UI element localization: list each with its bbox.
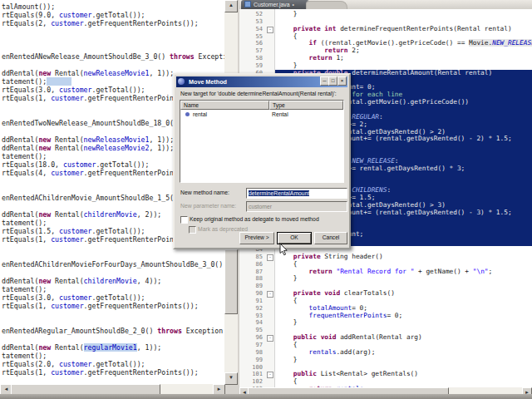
parameter-name-label: New parameter name:: [180, 203, 236, 209]
line-number: 87: [239, 268, 264, 276]
code-line[interactable]: rtEquals(9.0, customer.getTotal());: [2, 11, 224, 19]
code-line[interactable]: [2, 27, 224, 36]
code-line[interactable]: enRentedANewRelease_AmountShouldBe_3_0()…: [2, 52, 224, 61]
window-bottom-edge: [0, 394, 532, 399]
parameter-name-input: customer: [246, 201, 347, 212]
scroll-up-icon[interactable]: ▲: [224, 0, 238, 12]
code-line[interactable]: ddRental(new Rental(regularMovie1, 1));: [2, 343, 224, 352]
line-number: 100: [239, 364, 264, 372]
code-line[interactable]: [2, 318, 224, 327]
fold-marker[interactable]: [266, 298, 274, 305]
line-number: 94: [239, 319, 264, 327]
line-number: 54: [239, 26, 264, 33]
fold-marker[interactable]: [266, 319, 274, 327]
code-line[interactable]: [2, 44, 224, 52]
line-number: 91: [239, 298, 264, 305]
fold-marker[interactable]: -: [266, 334, 274, 342]
fold-marker[interactable]: [266, 357, 274, 364]
code-line[interactable]: rtEquals(1, customer.getFrequentRenterPo…: [2, 302, 224, 310]
method-name-value: determineRentalAmount: [249, 190, 309, 196]
line-number: 98: [239, 349, 264, 357]
fold-marker[interactable]: [266, 342, 274, 349]
code-line[interactable]: tatement();: [2, 352, 224, 360]
code-line[interactable]: [2, 335, 224, 343]
target-name: rental: [193, 111, 207, 117]
code-line[interactable]: enRentedAChildrenMovieForFourDays_Amount…: [2, 260, 224, 268]
fold-marker[interactable]: [266, 33, 274, 41]
code-line[interactable]: rtEquals(3.0, customer.getTotal());: [2, 293, 224, 302]
column-header-type[interactable]: Type: [269, 101, 343, 110]
column-header-name[interactable]: Name: [180, 101, 269, 110]
left-vscroll-thumb[interactable]: [224, 249, 238, 314]
code-line[interactable]: [2, 310, 224, 318]
code-line[interactable]: private int determineFrequentRenterPoint…: [275, 26, 532, 33]
code-line[interactable]: ddRental(new Rental(childrenMovie, 4));: [2, 277, 224, 285]
tab-close-icon[interactable]: •: [292, 2, 293, 7]
line-number: 57: [239, 47, 264, 55]
code-line[interactable]: rtEquals(2.0, customer.getTotal());: [2, 360, 224, 368]
fold-marker[interactable]: -: [266, 371, 274, 378]
fold-marker[interactable]: [266, 268, 274, 276]
fold-marker[interactable]: [266, 313, 274, 320]
fold-marker[interactable]: [266, 327, 274, 334]
method-name-label: New method name:: [180, 190, 229, 195]
line-number: 89: [239, 283, 264, 290]
target-type: Rental: [272, 110, 288, 119]
code-line[interactable]: enRentedARegular_AmountShouldBe_2_0() th…: [2, 327, 224, 335]
fold-marker[interactable]: [266, 305, 274, 313]
code-line[interactable]: [2, 252, 224, 260]
fold-marker[interactable]: [266, 55, 274, 62]
close-icon[interactable]: ×: [337, 76, 347, 86]
code-line[interactable]: rtEquals(1, customer.getFrequentRenterPo…: [2, 368, 224, 377]
target-table[interactable]: Name Type rental Rental: [180, 100, 344, 183]
maximize-icon[interactable]: □: [328, 76, 337, 86]
fold-marker[interactable]: -: [266, 254, 274, 261]
code-line[interactable]: return 1;: [275, 55, 532, 62]
code-line[interactable]: }: [275, 275, 532, 283]
fold-marker[interactable]: [266, 261, 274, 268]
code-line[interactable]: [2, 61, 224, 69]
java-file-icon: [244, 1, 251, 7]
preview-button[interactable]: Preview >: [239, 232, 274, 244]
line-number: 53: [239, 18, 264, 26]
code-line[interactable]: private String header(): [275, 254, 532, 261]
code-line[interactable]: }: [275, 319, 532, 327]
fold-marker[interactable]: [266, 283, 274, 290]
code-line[interactable]: }: [275, 357, 532, 364]
code-line[interactable]: rtEquals(2, customer.getFrequentRenterPo…: [2, 19, 224, 27]
fold-marker[interactable]: [266, 18, 274, 26]
line-number: 95: [239, 327, 264, 334]
table-row[interactable]: rental Rental: [180, 110, 343, 119]
keep-original-checkbox[interactable]: [180, 216, 188, 224]
code-line[interactable]: [2, 268, 224, 277]
code-line[interactable]: public void addRental(Rental arg): [275, 334, 532, 342]
fold-marker[interactable]: [266, 275, 274, 283]
line-number: 58: [239, 55, 264, 62]
fold-marker[interactable]: [266, 11, 274, 18]
code-line[interactable]: frequentRenterPoints= 0;: [275, 313, 532, 320]
tab-customer-java[interactable]: Customer.java•: [241, 0, 309, 9]
parameter-name-value: customer: [249, 204, 272, 209]
fold-marker[interactable]: -: [266, 26, 274, 33]
fold-marker[interactable]: [266, 364, 274, 372]
code-line[interactable]: rentals.add(arg);: [275, 349, 532, 357]
code-line[interactable]: tatement();: [2, 285, 224, 293]
code-line[interactable]: [2, 36, 224, 44]
method-name-input[interactable]: determineRentalAmount: [246, 188, 347, 199]
fold-marker[interactable]: [266, 40, 274, 47]
fold-marker[interactable]: -: [266, 290, 274, 298]
code-line[interactable]: public List<Rental> getRentals(): [275, 371, 532, 378]
parameter-icon: [185, 112, 190, 116]
code-line[interactable]: return "Rental Record for " + getName() …: [275, 268, 532, 276]
fold-marker[interactable]: [266, 62, 274, 70]
code-line[interactable]: }: [275, 11, 532, 18]
line-number: 85: [239, 254, 264, 261]
fold-marker[interactable]: [266, 378, 274, 386]
line-number: 99: [239, 357, 264, 364]
code-line[interactable]: talAmount());: [2, 2, 224, 11]
fold-marker[interactable]: [266, 349, 274, 357]
scroll-down-icon[interactable]: ▼: [224, 372, 238, 385]
fold-marker[interactable]: [266, 47, 274, 55]
cancel-button[interactable]: Cancel: [314, 232, 347, 244]
code-line[interactable]: private void clearTotals(): [275, 290, 532, 298]
